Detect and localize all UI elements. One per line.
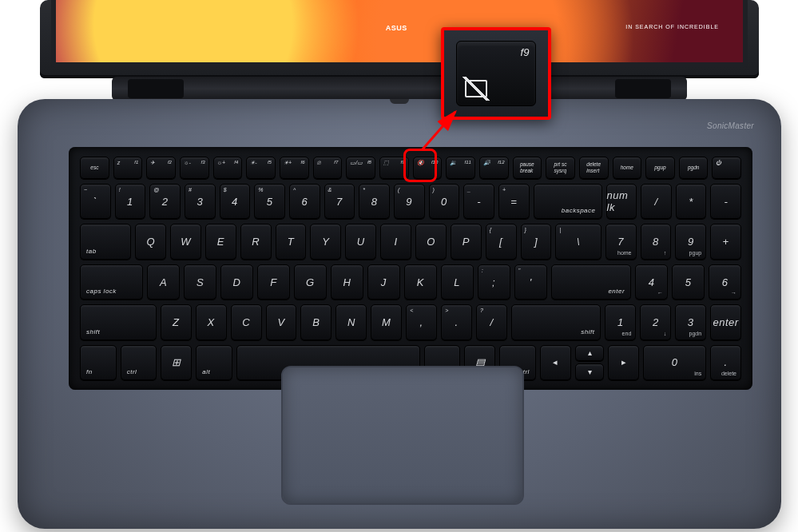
key-0[interactable]: 0ins	[643, 345, 706, 380]
key-fn[interactable]: fn	[80, 345, 117, 380]
key-z[interactable]: zf1	[113, 157, 143, 179]
key-backspace[interactable]: backspace	[534, 184, 602, 219]
key-5[interactable]: %5	[254, 184, 285, 219]
key-pgdn[interactable]: pgdn	[679, 157, 709, 179]
touchpad[interactable]	[281, 366, 524, 505]
key--[interactable]: ⏻	[712, 157, 741, 179]
key-4[interactable]: 4←	[635, 264, 668, 300]
key--[interactable]: ☀+f6	[280, 157, 309, 179]
key-enter[interactable]: enter	[551, 264, 632, 300]
key-c[interactable]: C	[231, 304, 262, 339]
key--[interactable]: *	[676, 184, 707, 219]
key-3[interactable]: #3	[185, 184, 216, 219]
key-7[interactable]: 7home	[605, 224, 637, 259]
key-ctrl[interactable]: ctrl	[121, 345, 157, 380]
key--[interactable]: +	[710, 224, 741, 259]
key--[interactable]: ⎚f7	[313, 157, 343, 179]
key--[interactable]: ⬚f9	[379, 157, 409, 179]
key--[interactable]: }]	[521, 224, 552, 259]
key-1[interactable]: !1	[115, 184, 146, 219]
key-2[interactable]: 2↓	[640, 304, 671, 339]
key-6[interactable]: ^6	[289, 184, 320, 219]
key--[interactable]: ☀-f5	[246, 157, 276, 179]
key--[interactable]: ~`	[80, 184, 111, 219]
key-p[interactable]: P	[451, 224, 482, 259]
key-7[interactable]: &7	[324, 184, 355, 219]
key-d[interactable]: D	[220, 264, 253, 300]
key--[interactable]: |\	[555, 224, 601, 259]
key--[interactable]: ✈f2	[146, 157, 176, 179]
key-delete-insert[interactable]: delete insert	[579, 157, 609, 179]
key-y[interactable]: Y	[310, 224, 341, 259]
key-w[interactable]: W	[170, 224, 201, 259]
key-pgup[interactable]: pgup	[645, 157, 675, 179]
key-r[interactable]: R	[240, 224, 272, 259]
key-esc[interactable]: esc	[80, 157, 109, 179]
key--[interactable]: 🔉f11	[446, 157, 475, 179]
key-f[interactable]: F	[257, 264, 290, 300]
key-8[interactable]: *8	[359, 184, 390, 219]
key-8[interactable]: 8↑	[641, 224, 672, 259]
key-a[interactable]: A	[147, 264, 180, 300]
key--[interactable]: 🔊f12	[479, 157, 509, 179]
key-i[interactable]: I	[380, 224, 411, 259]
key-6[interactable]: 6→	[709, 264, 741, 300]
key-home[interactable]: home	[613, 157, 642, 179]
key--[interactable]: -	[710, 184, 741, 219]
key-shift[interactable]: shift	[511, 304, 601, 339]
key-2[interactable]: @2	[149, 184, 181, 219]
key--[interactable]: +=	[498, 184, 530, 219]
key--[interactable]: <,	[406, 304, 437, 339]
key-arrow-left[interactable]: ◂	[540, 345, 571, 380]
key--[interactable]: _-	[463, 184, 494, 219]
key--[interactable]: .delete	[710, 345, 741, 380]
key--[interactable]: ☼-f3	[180, 157, 209, 179]
key-prt-sc-sysrq[interactable]: prt sc sysrq	[546, 157, 575, 179]
key-k[interactable]: K	[404, 264, 437, 300]
key-9[interactable]: (9	[394, 184, 425, 219]
key--[interactable]: /	[641, 184, 672, 219]
key--[interactable]: ▭/▭f8	[346, 157, 375, 179]
key-m[interactable]: M	[371, 304, 402, 339]
key-shift[interactable]: shift	[80, 304, 157, 339]
key-5[interactable]: 5	[672, 264, 705, 300]
key-4[interactable]: $4	[220, 184, 251, 219]
key-arrow-down[interactable]: ▾	[575, 363, 605, 380]
key--[interactable]: >.	[441, 304, 472, 339]
key-g[interactable]: G	[294, 264, 327, 300]
key-v[interactable]: V	[266, 304, 297, 339]
key-0[interactable]: )0	[429, 184, 460, 219]
key--[interactable]: ☼+f4	[213, 157, 243, 179]
key-1[interactable]: 1end	[605, 304, 636, 339]
key-h[interactable]: H	[331, 264, 363, 300]
key-caps-lock[interactable]: caps lock	[80, 264, 143, 300]
key-t[interactable]: T	[276, 224, 307, 259]
key--[interactable]: {[	[486, 224, 517, 259]
key--[interactable]: "'	[514, 264, 547, 300]
key-o[interactable]: O	[415, 224, 447, 259]
key-b[interactable]: B	[300, 304, 332, 339]
key-j[interactable]: J	[367, 264, 400, 300]
key--[interactable]: ⊞	[161, 345, 192, 380]
key-alt[interactable]: alt	[196, 345, 232, 380]
key-arrow-up[interactable]: ▴	[575, 345, 605, 362]
key-z[interactable]: Z	[161, 304, 192, 339]
key-u[interactable]: U	[345, 224, 376, 259]
key--[interactable]: 🔇f10	[413, 157, 443, 179]
key-l[interactable]: L	[441, 264, 474, 300]
key-num-lk[interactable]: num lk	[606, 184, 637, 219]
key-e[interactable]: E	[205, 224, 236, 259]
key-s[interactable]: S	[184, 264, 216, 300]
key-3[interactable]: 3pgdn	[675, 304, 706, 339]
key-arrow-right[interactable]: ▸	[608, 345, 639, 380]
key--[interactable]: :;	[478, 264, 510, 300]
keyboard-row: tabQWERTYUIOP{[}]|\7home8↑9pgup+	[80, 224, 741, 259]
key-enter[interactable]: enter	[710, 304, 741, 339]
key-n[interactable]: N	[335, 304, 367, 339]
key-q[interactable]: Q	[135, 224, 166, 259]
key--[interactable]: ?/	[476, 304, 507, 339]
key-pause-break[interactable]: pause break	[513, 157, 542, 179]
key-tab[interactable]: tab	[80, 224, 131, 259]
key-x[interactable]: X	[196, 304, 227, 339]
key-9[interactable]: 9pgup	[675, 224, 706, 259]
